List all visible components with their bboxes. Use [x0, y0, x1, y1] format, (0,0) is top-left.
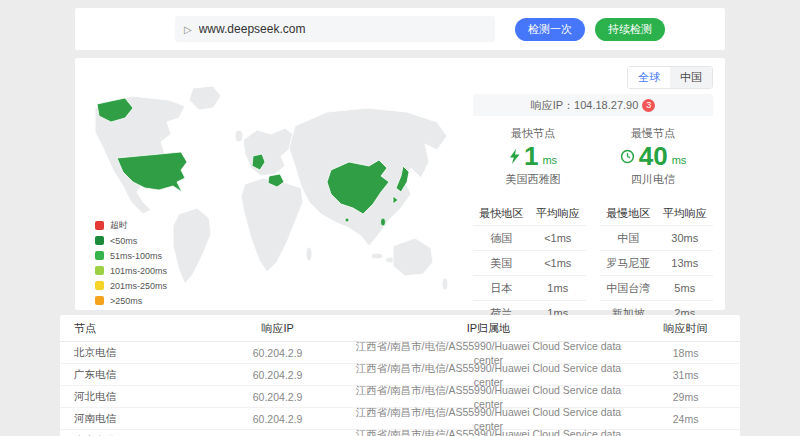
slowest-node-value: 40	[639, 142, 668, 170]
table-row: 日本 1ms	[473, 276, 586, 301]
summary-column: 响应IP： 104.18.27.90 3 最快节点 1 ms 美国西雅图 最慢节…	[473, 94, 713, 326]
map-madagascar	[306, 247, 312, 261]
legend-label: >250ms	[110, 296, 142, 306]
nodes-table: 节点 响应IP IP归属地 响应时间 北京电信 60.204.2.9 江西省/南…	[60, 315, 740, 436]
ip-count-badge[interactable]: 3	[642, 99, 655, 112]
result-panel: 超时 <50ms 51ms-100ms 101ms-200ms 201ms-25…	[75, 58, 725, 310]
ip-cell: 60.204.2.9	[210, 369, 346, 381]
lightning-icon	[509, 149, 520, 164]
slowest-node-location: 四川电信	[593, 172, 713, 187]
legend-swatch-orange	[95, 296, 104, 305]
url-input[interactable]	[199, 22, 486, 36]
table-row: 中国 30ms	[600, 226, 713, 251]
fastest-node-title: 最快节点	[473, 126, 593, 141]
column-header-location: IP归属地	[346, 321, 632, 336]
legend-label: 201ms-250ms	[110, 281, 167, 291]
time-cell: 31ms	[631, 369, 740, 381]
map-africa	[241, 178, 303, 272]
legend-label: 51ms-100ms	[110, 251, 162, 261]
view-switch: 全球 中国	[627, 66, 713, 89]
legend-swatch-yellow	[95, 281, 104, 290]
legend-item-51-100: 51ms-100ms	[95, 248, 167, 263]
legend-label: <50ms	[110, 236, 137, 246]
node-cell: 河南电信	[60, 412, 210, 426]
fastest-node-unit: ms	[542, 154, 557, 166]
latency-cell: 1ms	[530, 282, 587, 294]
slowest-regions-table: 最慢地区 平均响应 中国 30ms 罗马尼亚 13ms 中国台湾 5ms 新加坡	[600, 201, 713, 326]
column-header: 最快地区	[473, 206, 530, 221]
fastest-node-value: 1	[524, 142, 538, 170]
go-arrow-icon: ▷	[184, 24, 192, 35]
map-uk	[235, 130, 243, 142]
legend-item-lt50: <50ms	[95, 233, 167, 248]
map-country-hainan	[345, 218, 349, 222]
test-once-button[interactable]: 检测一次	[515, 18, 585, 41]
latency-cell: 30ms	[657, 232, 714, 244]
node-cell: 北京电信	[60, 346, 210, 360]
column-header: 最慢地区	[600, 206, 657, 221]
table-header-row: 最慢地区 平均响应	[600, 201, 713, 226]
legend-item-timeout: 超时	[95, 218, 167, 233]
region-cell: 中国台湾	[600, 281, 657, 296]
column-header-time: 响应时间	[631, 321, 740, 336]
legend-label: 超时	[110, 219, 128, 232]
url-input-wrap[interactable]: ▷	[175, 16, 495, 42]
region-cell: 德国	[473, 231, 530, 246]
legend-item-101-200: 101ms-200ms	[95, 263, 167, 278]
legend-swatch-green	[95, 251, 104, 260]
time-cell: 18ms	[631, 347, 740, 359]
fastest-regions-table: 最快地区 平均响应 德国 <1ms 美国 <1ms 日本 1ms 荷兰 1m	[473, 201, 586, 326]
region-cell: 中国	[600, 231, 657, 246]
ip-cell: 60.204.2.9	[210, 347, 346, 359]
location-cell: 江西省/南昌市/电信/AS55990/Huawei Cloud Service …	[346, 428, 632, 436]
legend-item-201-250: 201ms-250ms	[95, 278, 167, 293]
map-europe	[243, 128, 295, 176]
response-ip-label: 响应IP：	[531, 98, 574, 113]
tab-china[interactable]: 中国	[670, 67, 712, 88]
map-south-america	[173, 208, 211, 284]
response-ip-bar: 响应IP： 104.18.27.90 3	[473, 94, 713, 116]
latency-cell: 13ms	[657, 257, 714, 269]
slowest-node-unit: ms	[672, 154, 687, 166]
node-cell: 广东电信	[60, 368, 210, 382]
clock-icon	[620, 149, 635, 164]
continuous-test-button[interactable]: 持续检测	[595, 18, 665, 41]
map-new-zealand	[442, 278, 448, 290]
region-cell: 日本	[473, 281, 530, 296]
map-greenland	[189, 86, 221, 110]
table-row: 罗马尼亚 13ms	[600, 251, 713, 276]
time-cell: 24ms	[631, 413, 740, 425]
ip-cell: 60.204.2.9	[210, 413, 346, 425]
column-header: 平均响应	[530, 206, 587, 221]
map-legend: 超时 <50ms 51ms-100ms 101ms-200ms 201ms-25…	[95, 218, 167, 308]
latency-cell: 5ms	[657, 282, 714, 294]
table-row: 德国 <1ms	[473, 226, 586, 251]
search-bar: ▷ 检测一次 持续检测	[75, 8, 725, 50]
ip-cell: 60.204.2.9	[210, 391, 346, 403]
node-stats: 最快节点 1 ms 美国西雅图 最慢节点	[473, 126, 713, 187]
table-header-row: 最快地区 平均响应	[473, 201, 586, 226]
legend-swatch-darkgreen	[95, 236, 104, 245]
map-country-taiwan	[381, 218, 386, 226]
column-header-node: 节点	[60, 321, 210, 336]
node-cell: 河北电信	[60, 390, 210, 404]
slowest-node-stat: 最慢节点 40 ms 四川电信	[593, 126, 713, 187]
table-row: 山东电信 60.204.2.9 江西省/南昌市/电信/AS55990/Huawe…	[60, 430, 740, 436]
table-row: 中国台湾 5ms	[600, 276, 713, 301]
region-cell: 美国	[473, 256, 530, 271]
table-row: 美国 <1ms	[473, 251, 586, 276]
table-header-row: 节点 响应IP IP归属地 响应时间	[60, 315, 740, 342]
tab-global[interactable]: 全球	[628, 67, 670, 88]
column-header-ip: 响应IP	[210, 321, 346, 336]
legend-swatch-red	[95, 221, 104, 230]
legend-item-gt250: >250ms	[95, 293, 167, 308]
fastest-node-stat: 最快节点 1 ms 美国西雅图	[473, 126, 593, 187]
latency-cell: <1ms	[530, 257, 587, 269]
map-australia	[393, 238, 433, 276]
legend-label: 101ms-200ms	[110, 266, 167, 276]
response-ip-value: 104.18.27.90	[574, 99, 638, 111]
latency-cell: <1ms	[530, 232, 587, 244]
slowest-node-title: 最慢节点	[593, 126, 713, 141]
fastest-node-location: 美国西雅图	[473, 172, 593, 187]
time-cell: 29ms	[631, 391, 740, 403]
